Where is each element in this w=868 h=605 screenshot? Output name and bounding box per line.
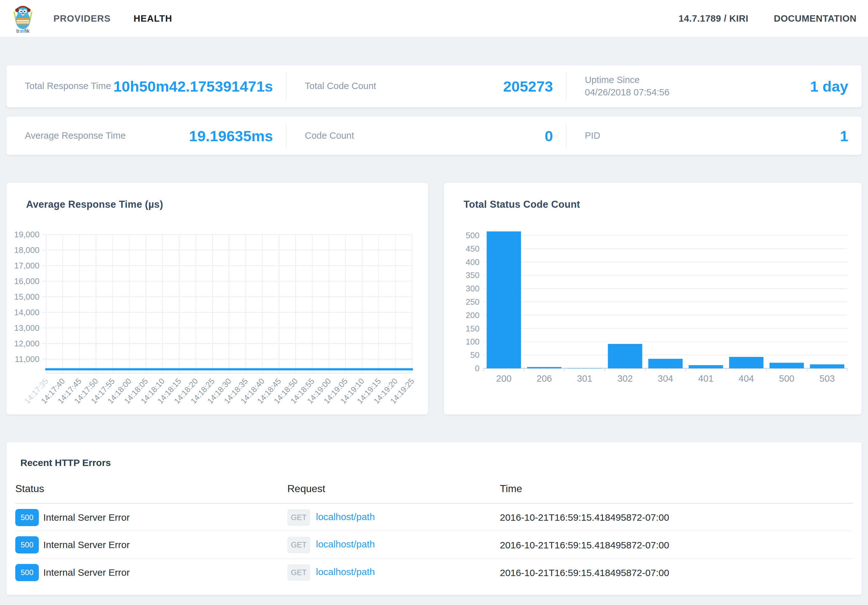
- traefik-logo[interactable]: træfik: [10, 3, 36, 35]
- recent-http-errors-card: Recent HTTP Errors Status Request Time 5…: [6, 442, 862, 595]
- stat-average-response-time: Average Response Time 19.19635ms: [6, 117, 286, 155]
- x-category-label: 301: [577, 373, 592, 384]
- table-row: 500Internal Server Error GETlocalhost/pa…: [15, 531, 853, 559]
- x-category-label: 304: [658, 373, 673, 384]
- stat-value: 19.19635ms: [189, 127, 273, 145]
- x-category-label: 500: [779, 373, 794, 384]
- y-tick-label: 14,000: [14, 308, 39, 317]
- errors-table-title: Recent HTTP Errors: [20, 457, 111, 468]
- y-tick-label: 500: [466, 231, 479, 240]
- table-row: 500Internal Server Error GETlocalhost/pa…: [15, 503, 853, 531]
- x-category-label: 503: [819, 373, 835, 384]
- top-nav-bar: træfik PROVIDERS HEALTH 14.7.1789 / KIRI…: [0, 0, 868, 37]
- column-header-status: Status: [15, 477, 287, 503]
- stat-value: 10h50m42.175391471s: [113, 77, 273, 95]
- y-tick-label: 11,000: [15, 354, 39, 364]
- status-text: Internal Server Error: [43, 540, 130, 550]
- status-code-bar: [729, 357, 764, 368]
- y-tick-label: 12,000: [14, 339, 39, 348]
- bar-chart: 0501001502002503003504004505002002063013…: [444, 224, 862, 413]
- x-category-label: 404: [738, 373, 754, 384]
- table-row: 500Internal Server Error GETlocalhost/pa…: [15, 559, 853, 586]
- status-code-chart-card: Total Status Code Count 0501001502002503…: [444, 183, 862, 415]
- version-label: 14.7.1789 / KIRI: [679, 13, 749, 24]
- y-tick-label: 0: [475, 364, 479, 373]
- svg-text:træfik: træfik: [16, 28, 29, 34]
- status-text: Internal Server Error: [43, 567, 130, 578]
- stat-value: 0: [545, 127, 553, 145]
- error-time: 2016-10-21T16:59:15.418495872-07:00: [500, 568, 669, 578]
- stat-value: 1: [840, 127, 848, 145]
- status-code-bar: [810, 365, 845, 369]
- stat-pid: PID 1: [566, 117, 862, 155]
- y-tick-label: 200: [466, 311, 479, 320]
- status-code-bar: [487, 232, 521, 369]
- stat-value: 1 day: [810, 77, 848, 95]
- status-code-badge: 500: [15, 564, 39, 581]
- x-category-label: 200: [496, 373, 512, 384]
- avg-response-time-chart-card: Average Response Time (µs) 19,00018,0001…: [6, 183, 428, 415]
- errors-table: Status Request Time 500Internal Server E…: [15, 477, 853, 586]
- status-code-bar: [527, 367, 561, 368]
- y-tick-label: 100: [466, 337, 479, 347]
- stat-label: PID: [585, 130, 600, 142]
- status-code-bar: [770, 363, 804, 368]
- status-code-badge: 500: [15, 509, 39, 526]
- status-code-bar: [648, 359, 683, 368]
- stat-label: Code Count: [305, 130, 354, 142]
- y-tick-label: 150: [466, 324, 479, 333]
- bar-chart-title: Total Status Code Count: [463, 199, 580, 210]
- stat-label: Total Code Count: [305, 80, 376, 92]
- documentation-link[interactable]: DOCUMENTATION: [774, 13, 857, 24]
- traefik-gopher-icon: træfik: [10, 3, 36, 35]
- stat-card-row-1: Total Response Time 10h50m42.175391471s …: [6, 65, 862, 107]
- status-code-bar: [608, 344, 642, 368]
- uptime-date: 04/26/2018 07:54:56: [585, 86, 670, 99]
- stat-label: Average Response Time: [25, 130, 126, 142]
- y-tick-label: 19,000: [14, 230, 39, 239]
- header-right: 14.7.1789 / KIRI DOCUMENTATION: [679, 13, 857, 24]
- y-tick-label: 450: [466, 244, 479, 254]
- stat-value: 205273: [503, 77, 553, 95]
- status-code-bar: [567, 368, 602, 368]
- error-time: 2016-10-21T16:59:15.418495872-07:00: [500, 540, 669, 550]
- x-category-label: 302: [617, 373, 632, 384]
- request-path-link[interactable]: localhost/path: [316, 566, 375, 577]
- error-time: 2016-10-21T16:59:15.418495872-07:00: [500, 512, 669, 523]
- nav-item-health[interactable]: HEALTH: [133, 13, 172, 24]
- y-tick-label: 300: [466, 284, 479, 293]
- y-tick-label: 400: [466, 257, 479, 267]
- y-tick-label: 18,000: [14, 245, 39, 255]
- stat-total-code-count: Total Code Count 205273: [286, 65, 566, 107]
- line-chart-title: Average Response Time (µs): [26, 199, 163, 210]
- status-code-bar: [689, 365, 723, 368]
- http-method-badge: GET: [287, 509, 310, 526]
- column-header-request: Request: [287, 477, 500, 503]
- y-tick-label: 250: [466, 297, 479, 306]
- uptime-label: Uptime Since: [585, 75, 640, 85]
- x-category-label: 206: [536, 373, 552, 384]
- http-method-badge: GET: [287, 564, 310, 581]
- errors-table-header-row: Status Request Time: [15, 477, 853, 503]
- y-tick-label: 17,000: [14, 261, 39, 270]
- x-category-label: 401: [698, 373, 713, 384]
- line-chart: 19,00018,00017,00016,00015,00014,00013,0…: [6, 224, 428, 413]
- request-path-link[interactable]: localhost/path: [316, 539, 375, 549]
- column-header-time: Time: [500, 477, 853, 503]
- stat-card-row-2: Average Response Time 19.19635ms Code Co…: [6, 117, 862, 155]
- stat-code-count: Code Count 0: [286, 117, 566, 155]
- request-path-link[interactable]: localhost/path: [316, 511, 375, 521]
- stat-label: Uptime Since04/26/2018 07:54:56: [585, 74, 670, 99]
- status-text: Internal Server Error: [43, 512, 130, 523]
- status-code-badge: 500: [15, 536, 39, 554]
- nav-item-providers[interactable]: PROVIDERS: [53, 13, 111, 24]
- stat-total-response-time: Total Response Time 10h50m42.175391471s: [6, 65, 286, 107]
- y-tick-label: 350: [466, 270, 479, 280]
- y-tick-label: 50: [470, 350, 479, 360]
- stat-label: Total Response Time: [25, 80, 111, 92]
- main-nav: PROVIDERS HEALTH: [53, 13, 172, 24]
- http-method-badge: GET: [287, 537, 310, 553]
- y-tick-label: 13,000: [14, 323, 39, 333]
- y-tick-label: 15,000: [14, 292, 39, 302]
- y-tick-label: 16,000: [14, 276, 39, 286]
